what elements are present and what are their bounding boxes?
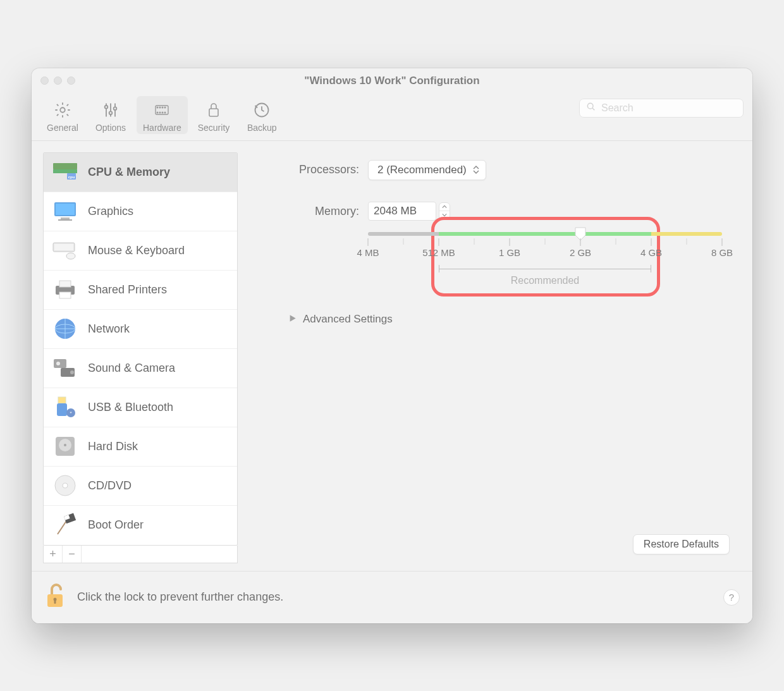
memory-label: Memory: bbox=[253, 202, 359, 218]
toolbar-tabs: General Options bbox=[40, 96, 284, 134]
svg-point-0 bbox=[60, 107, 64, 112]
sidebar-item-label: Hard Disk bbox=[88, 440, 138, 453]
recommended-range: Recommended bbox=[368, 265, 722, 284]
advanced-settings-label: Advanced Settings bbox=[303, 313, 393, 326]
footer-message: Click the lock to prevent further change… bbox=[77, 590, 713, 604]
sidebar-item-sound-camera[interactable]: Sound & Camera bbox=[44, 349, 237, 388]
slider-tick bbox=[474, 238, 475, 245]
search-input[interactable] bbox=[601, 102, 737, 114]
camera-icon bbox=[51, 354, 79, 382]
tab-hardware[interactable]: Hardware bbox=[137, 96, 188, 134]
chip-icon bbox=[152, 100, 171, 120]
memory-field: Memory: bbox=[253, 202, 741, 284]
sidebar-item-label: Graphics bbox=[88, 205, 133, 218]
svg-point-8 bbox=[165, 107, 166, 108]
slider-tick bbox=[439, 238, 439, 246]
restore-defaults-button[interactable]: Restore Defaults bbox=[633, 534, 730, 554]
slider-tick-label: 4 GB bbox=[640, 247, 662, 258]
tab-options[interactable]: Options bbox=[89, 96, 133, 134]
add-button[interactable]: + bbox=[44, 546, 63, 563]
configuration-window: "Windows 10 Work" Configuration General bbox=[32, 68, 752, 623]
slider-tick bbox=[403, 238, 404, 245]
svg-rect-25 bbox=[54, 244, 73, 250]
usb-icon: * bbox=[51, 393, 79, 421]
tab-security[interactable]: Security bbox=[192, 96, 236, 134]
svg-point-12 bbox=[165, 112, 166, 113]
svg-point-35 bbox=[70, 370, 74, 374]
tab-label: Security bbox=[198, 123, 230, 133]
stepper-down[interactable] bbox=[439, 211, 450, 219]
stepper-up[interactable] bbox=[439, 203, 450, 211]
svg-point-42 bbox=[64, 444, 66, 446]
flag-icon bbox=[51, 511, 79, 539]
clock-icon bbox=[253, 100, 271, 120]
svg-point-10 bbox=[160, 112, 161, 113]
slider-tick-label: 1 GB bbox=[499, 247, 520, 258]
gear-icon bbox=[54, 100, 71, 120]
window-title: "Windows 10 Work" Configuration bbox=[32, 75, 752, 87]
sidebar-wrap: cpu CPU & Memory Graphics Mouse & Keyboa… bbox=[43, 152, 238, 563]
sidebar-item-mouse-keyboard[interactable]: Mouse & Keyboard bbox=[44, 231, 237, 271]
svg-rect-37 bbox=[57, 403, 67, 416]
svg-rect-23 bbox=[58, 219, 72, 221]
memory-slider[interactable]: 4 MB512 MB1 GB2 GB4 GB8 GB Recommended bbox=[368, 231, 722, 284]
sidebar-item-cd-dvd[interactable]: CD/DVD bbox=[44, 467, 237, 506]
content: cpu CPU & Memory Graphics Mouse & Keyboa… bbox=[32, 141, 752, 571]
svg-rect-29 bbox=[59, 292, 71, 298]
memory-stepper[interactable] bbox=[439, 202, 450, 220]
processors-dropdown[interactable]: 2 (Recommended) bbox=[368, 160, 486, 180]
svg-rect-16 bbox=[53, 163, 77, 169]
sidebar-item-label: CPU & Memory bbox=[88, 166, 170, 179]
svg-point-7 bbox=[162, 107, 164, 108]
detail-panel: Processors: 2 (Recommended) Memory: bbox=[253, 152, 741, 563]
cd-icon bbox=[51, 472, 79, 499]
svg-point-11 bbox=[162, 112, 164, 113]
help-button[interactable]: ? bbox=[723, 589, 740, 606]
slider-tick bbox=[722, 238, 723, 246]
sidebar-item-usb-bluetooth[interactable]: * USB & Bluetooth bbox=[44, 388, 237, 427]
sidebar-item-shared-printers[interactable]: Shared Printers bbox=[44, 271, 237, 310]
tab-general[interactable]: General bbox=[40, 96, 85, 134]
sidebar-item-label: CD/DVD bbox=[88, 479, 132, 492]
sidebar-item-cpu-memory[interactable]: cpu CPU & Memory bbox=[44, 153, 237, 192]
svg-text:cpu: cpu bbox=[68, 175, 75, 179]
advanced-settings-disclosure[interactable]: Advanced Settings bbox=[288, 313, 741, 326]
svg-rect-17 bbox=[53, 169, 77, 173]
search-field[interactable] bbox=[579, 99, 744, 118]
search-icon bbox=[586, 102, 596, 114]
svg-rect-13 bbox=[209, 109, 218, 116]
remove-button[interactable]: − bbox=[63, 546, 82, 563]
slider-tick-label: 512 MB bbox=[422, 247, 455, 258]
svg-rect-28 bbox=[59, 281, 71, 287]
footer: Click the lock to prevent further change… bbox=[32, 571, 752, 623]
sidebar-item-label: Boot Order bbox=[88, 518, 144, 532]
memory-controls: 4 MB512 MB1 GB2 GB4 GB8 GB Recommended bbox=[368, 202, 722, 284]
sidebar-item-graphics[interactable]: Graphics bbox=[44, 192, 237, 231]
hardware-sidebar: cpu CPU & Memory Graphics Mouse & Keyboa… bbox=[43, 152, 238, 546]
slider-tick bbox=[651, 238, 652, 246]
memory-input[interactable] bbox=[368, 202, 436, 221]
tab-label: General bbox=[47, 123, 78, 133]
disk-icon bbox=[51, 432, 79, 460]
tab-label: Options bbox=[95, 123, 126, 133]
tab-label: Backup bbox=[247, 123, 277, 133]
slider-tick bbox=[545, 238, 546, 245]
sidebar-item-boot-order[interactable]: Boot Order bbox=[44, 506, 237, 545]
slider-tick bbox=[510, 238, 510, 246]
processors-value: 2 (Recommended) bbox=[377, 164, 467, 176]
svg-point-3 bbox=[114, 107, 117, 110]
svg-point-2 bbox=[109, 111, 113, 114]
tab-backup[interactable]: Backup bbox=[240, 96, 284, 134]
sidebar-item-hard-disk[interactable]: Hard Disk bbox=[44, 427, 237, 467]
slider-tick bbox=[687, 238, 687, 245]
sidebar-item-network[interactable]: Network bbox=[44, 310, 237, 349]
slider-tick bbox=[616, 238, 616, 245]
slider-tick bbox=[368, 238, 369, 246]
lock-open-icon[interactable] bbox=[44, 583, 67, 612]
sidebar-item-label: Shared Printers bbox=[88, 283, 167, 297]
chevrons-icon bbox=[473, 166, 479, 174]
svg-text:*: * bbox=[70, 410, 71, 416]
sidebar-item-label: Network bbox=[88, 322, 130, 336]
svg-point-9 bbox=[157, 112, 159, 113]
processors-label: Processors: bbox=[253, 160, 359, 176]
